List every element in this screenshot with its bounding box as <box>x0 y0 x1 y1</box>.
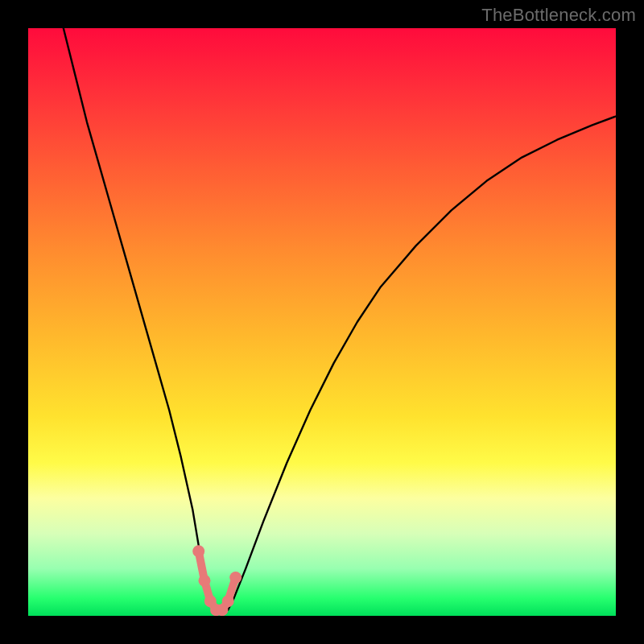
chart-frame: TheBottleneck.com <box>0 0 644 644</box>
bottleneck-curve <box>64 28 616 613</box>
chart-svg <box>28 28 616 616</box>
optimal-marker <box>222 595 234 607</box>
optimal-region-markers <box>192 545 242 616</box>
watermark-text: TheBottleneck.com <box>481 5 636 26</box>
plot-area <box>28 28 616 616</box>
optimal-marker <box>229 572 242 584</box>
optimal-marker <box>192 545 204 557</box>
optimal-marker <box>199 575 211 587</box>
